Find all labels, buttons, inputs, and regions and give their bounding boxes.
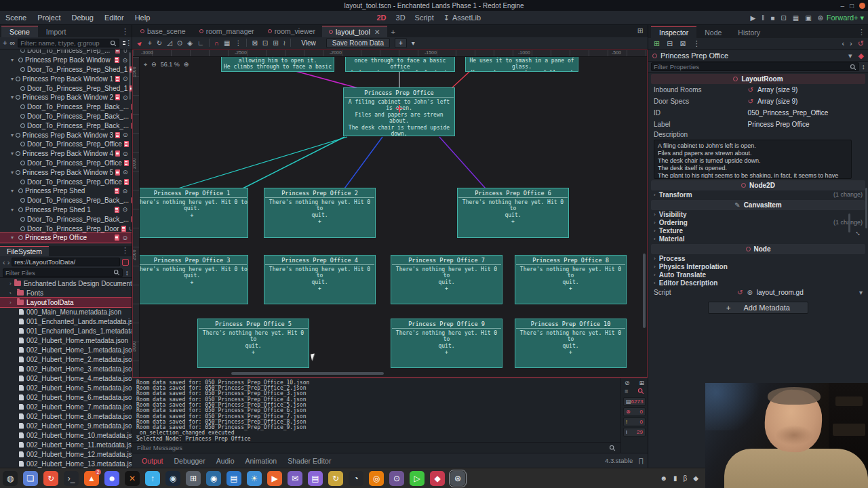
resource-options-icon[interactable]: ⋮ — [693, 39, 701, 48]
scene-tree-row[interactable]: ▾ Princess Prep Shed 1 ⊙ ∪ — [0, 205, 132, 215]
scene-tree-row[interactable]: ▾ Princess Prep Back Window 3 ⊙ ∪ — [0, 130, 132, 140]
inspector-options-icon[interactable]: ⋮ — [858, 28, 865, 37]
app-weather[interactable]: ☀ — [247, 471, 262, 486]
collapse-icon[interactable]: ▾ — [11, 169, 14, 176]
app-blender[interactable]: ◎ — [369, 471, 384, 486]
tray-battery-icon[interactable]: ▮ — [673, 474, 677, 482]
script-icon[interactable] — [131, 104, 132, 110]
canvas-viewport[interactable]: -3000-2500-2000-1500-1000-500 1500200025… — [132, 49, 648, 378]
app-mail[interactable]: ✉ — [288, 471, 302, 486]
tab-import[interactable]: Import — [38, 26, 75, 37]
bottom-panel-tab[interactable]: Shader Editor — [282, 456, 336, 466]
app-media-player[interactable]: ▶ — [267, 471, 282, 486]
canvas-hscrollbar[interactable] — [231, 372, 384, 375]
property-group-row[interactable]: › Physics Interpolation — [648, 262, 868, 270]
scene-tree-options-icon[interactable]: ⋮ — [125, 39, 132, 47]
section-canvasitem[interactable]: ✎ CanvasItem — [651, 200, 865, 210]
scene-tree-row[interactable]: ▾ Princess Prep Back Window 5 ⊙ ∪ — [0, 167, 132, 177]
movie-maker-icon[interactable]: ▦ — [793, 14, 799, 22]
script-icon[interactable] — [115, 207, 119, 213]
scene-tree-row[interactable]: ▾ Door_To_Princess_Prep_Back_... ⊙ ∪ — [0, 112, 132, 121]
app-documents[interactable]: ▤ — [226, 471, 241, 486]
script-icon[interactable] — [131, 123, 132, 129]
scene-tree-row[interactable]: ▾ Door_To_Princess_Prep_Back_... ⊙ ∪ — [0, 214, 132, 224]
scene-tree-row[interactable]: ▾ Princess Prep Shed ⊙ ∪ — [0, 186, 132, 196]
property-row[interactable]: Door Specs ↺ Array (size 9) — [648, 96, 868, 107]
expand-icon[interactable]: › — [9, 290, 14, 296]
center-view-icon[interactable]: ⌖ — [144, 61, 147, 68]
file-row[interactable]: 002_Hubert_Home_8.metadata.json — [0, 411, 132, 421]
folder-row[interactable]: › Fonts — [0, 288, 132, 298]
expand-icon[interactable]: › — [9, 300, 14, 306]
description-textarea[interactable]: A filing cabinet to John's left is open.… — [654, 140, 852, 179]
description-scrollbar[interactable] — [848, 214, 850, 232]
file-filter-input[interactable] — [5, 269, 113, 277]
collapse-icon[interactable]: ▾ — [11, 132, 14, 138]
scene-tree-row[interactable]: ▾ Door_To_Princess_Prep_... ⊙ ∪ — [0, 49, 132, 56]
property-group-row[interactable]: › Texture — [648, 226, 868, 235]
app-screenshot[interactable]: ◉ — [206, 471, 221, 486]
save-resource-button[interactable]: ⊠ — [679, 39, 686, 48]
renderer-select[interactable]: Forward+▾ — [827, 14, 864, 22]
script-icon[interactable] — [124, 160, 129, 166]
property-row[interactable]: Label ↺ Princess Prep Office — [648, 119, 868, 130]
room-office-4[interactable]: Princess Prep Office 4 There's nothing h… — [264, 255, 376, 304]
lock-node-button[interactable]: ⊠ — [252, 39, 257, 47]
filesystem-path[interactable]: res://LayoutToolData/ — [12, 258, 120, 266]
history-icon[interactable]: ↺ — [858, 39, 864, 48]
property-sort-icon[interactable]: ↕ — [862, 63, 866, 70]
info-count-toggle[interactable]: i29 — [623, 428, 646, 436]
add-metadata-button[interactable]: + Add Metadata — [708, 302, 808, 314]
new-resource-button[interactable]: ⊞ — [654, 39, 660, 48]
script-icon[interactable] — [130, 85, 132, 92]
script-icon[interactable] — [115, 76, 120, 82]
section-layoutroom[interactable]: LayoutRoom — [651, 74, 865, 84]
close-button[interactable] — [859, 3, 865, 9]
zoom-level[interactable]: 56.1 % — [161, 61, 180, 68]
script-value[interactable]: layout_room.gd — [757, 289, 804, 296]
toolbar-extra-caret[interactable]: ▾ — [412, 39, 415, 47]
room-office-3[interactable]: Princess Prep Office 3 There's nothing h… — [136, 255, 248, 304]
script-options-gear-icon[interactable]: ⊛ — [747, 289, 752, 296]
split-mode-button[interactable] — [122, 259, 129, 266]
output-filter-input[interactable] — [137, 444, 609, 451]
rotate-tool[interactable]: ↻ — [157, 39, 162, 47]
message-count-toggle[interactable]: ▤6273 — [623, 397, 646, 406]
script-icon[interactable] — [124, 179, 129, 185]
list-select-tool[interactable]: ⊙ — [177, 39, 182, 47]
app-calculator[interactable]: ⊞ — [186, 471, 201, 486]
file-row[interactable]: 002_Hubert_Home_9.metadata.json — [0, 421, 132, 430]
collapse-icon[interactable]: ▾ — [11, 207, 16, 213]
room-office-9[interactable]: Princess Prep Office 9 There's nothing h… — [391, 319, 502, 368]
mode-2d[interactable]: 2D — [376, 14, 386, 22]
script-icon[interactable] — [131, 197, 132, 203]
scale-tool[interactable]: ◿ — [167, 39, 172, 47]
script-icon[interactable] — [115, 49, 120, 54]
chevron-down-icon[interactable]: ▾ — [859, 289, 863, 296]
app-steam[interactable]: ◉ — [165, 471, 180, 486]
visibility-eye-icon[interactable]: ⊙ — [123, 131, 128, 138]
app-files[interactable]: ❏ — [23, 471, 38, 486]
visibility-eye-icon[interactable]: ⊙ — [123, 75, 128, 82]
filesystem-options-icon[interactable]: ⋮ — [121, 246, 129, 255]
chevron-down-icon[interactable]: ▾ — [848, 52, 852, 60]
visibility-eye-icon[interactable]: ⊙ — [122, 206, 127, 213]
clear-output-button[interactable]: ⊘ — [625, 380, 630, 386]
scene-tree-row[interactable]: ▾ Princess Prep Back Window 4 ⊙ ∪ — [0, 149, 132, 159]
tray-bluetooth-icon[interactable]: β — [684, 474, 688, 482]
add-room-button[interactable]: + — [395, 38, 407, 48]
property-row[interactable]: ID ↺ 050_Princess_Prep_Office — [648, 107, 868, 119]
room-office-1[interactable]: Princess Prep Office 1 There's nothing h… — [136, 188, 248, 238]
visibility-eye-icon[interactable]: ⊙ — [122, 235, 127, 241]
file-row[interactable]: 002_Hubert_Home.metadata.json — [0, 336, 132, 345]
bottom-panel-tab[interactable]: Animation — [240, 456, 283, 466]
close-tab-icon[interactable]: ✕ — [374, 28, 380, 36]
move-tool[interactable]: + — [148, 39, 152, 47]
mode-3d[interactable]: 3D — [396, 14, 406, 22]
collapse-icon[interactable]: ▾ — [11, 76, 14, 82]
bottom-panel-tab[interactable]: Output — [136, 456, 169, 466]
tray-shield-icon[interactable]: ◆ — [693, 474, 698, 482]
mute-icon[interactable]: ⊛ — [818, 14, 823, 22]
app-mint-menu[interactable]: ◍ — [3, 471, 18, 486]
visibility-eye-icon[interactable]: ⊙ — [122, 188, 127, 195]
